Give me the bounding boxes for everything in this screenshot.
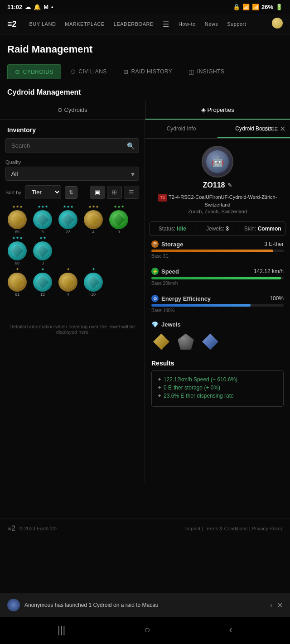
sub-tab-properties[interactable]: ◈ Properties	[145, 101, 290, 120]
jewels-label: Jewels	[161, 321, 181, 328]
cydroid-item-3[interactable]: ★ ★ ★ 22	[56, 205, 80, 234]
hover-note: Detailed information when hovering over …	[0, 310, 145, 348]
cydroid-stars-7: ★ ★	[39, 236, 46, 240]
search-input[interactable]	[5, 138, 139, 153]
cydroid-avatar-inner: 🤖	[206, 150, 229, 173]
storage-base: Base 3E	[151, 254, 284, 259]
status-cell-status: Status: Idle	[150, 222, 195, 235]
signal-icon: 📶	[252, 4, 259, 10]
status-right: 🔒 📶 📶 26% 🔋	[233, 4, 283, 10]
energy-label: Energy Efficiency	[161, 295, 211, 302]
cydroid-item-1[interactable]: ★ ★ ★ 69	[5, 205, 29, 234]
cydroid-count-5: 9	[117, 230, 120, 234]
cydroid-item-2[interactable]: ★ ★ ★ 3	[31, 205, 54, 234]
jewels-icon: 💎	[151, 321, 159, 328]
tab-cydroid-info[interactable]: Cydroid Info	[145, 120, 218, 138]
cydroid-location: T2 T2-4-RSC2-CoalUFIronUF-Cydroid-Werd-Z…	[145, 193, 290, 216]
cydroid-stars-3: ★ ★ ★	[63, 205, 73, 209]
nav-leaderboard[interactable]: LEADERBOARD	[114, 21, 154, 27]
nav-news[interactable]: News	[205, 21, 218, 27]
cydroid-avatar-area: 🤖 ZO118 ✎	[145, 139, 290, 193]
cydroid-item-8[interactable]: ★ 61	[5, 267, 29, 297]
cydroid-item-11[interactable]: ★ 10	[82, 267, 105, 297]
main-content: Inventory 🔍 Quality All Sort by Tier ⇅ ▣	[0, 120, 290, 482]
tab-civilians[interactable]: ⚇ CIVILIANS	[63, 64, 114, 79]
bottom-nav-back[interactable]: ‹	[220, 621, 242, 639]
close-btn[interactable]: CLOSE ✕	[261, 125, 285, 133]
jewels-title: 💎 Jewels	[151, 321, 284, 328]
status-bar: 11:02 ☁ 🔔 M • 🔒 📶 📶 26% 🔋	[0, 0, 290, 14]
nav-logo[interactable]: ≡2	[7, 19, 17, 29]
footer-links[interactable]: Imprint | Terms & Conditions | Privacy P…	[185, 526, 283, 531]
sub-tab-cydroids[interactable]: ⊙ Cydroids	[0, 101, 145, 120]
cydroid-count-2: 3	[41, 230, 44, 234]
cydroid-row-2: ★ 61 ★ 12	[5, 267, 139, 297]
bottom-nav-menu[interactable]: |||	[48, 621, 74, 639]
tab-raid-history[interactable]: ⊟ RAID HISTORY	[116, 64, 179, 79]
notification-icon: 🔔	[34, 4, 41, 10]
toast-expand-btn[interactable]: ›	[270, 601, 272, 609]
status-status-label: Status:	[159, 226, 177, 232]
view-btn-grid[interactable]: ⊞	[107, 186, 122, 199]
nav-docs-icon[interactable]: ☰	[163, 20, 169, 29]
cydroid-item-5[interactable]: ★ ★ ★ 9	[107, 205, 130, 234]
sort-label: Sort by	[5, 190, 21, 195]
jewel-3[interactable]	[200, 332, 220, 351]
gem-icon-4	[87, 213, 100, 226]
location-label: T2-4-RSC2-CoalUFIronUF-Cydroid-Werd-Züri…	[169, 194, 277, 207]
result-text-2: 0 E-ther storage (+ 0%)	[164, 384, 220, 391]
bottom-nav-home[interactable]: ○	[135, 621, 159, 639]
cydroid-stars-8: ★	[16, 267, 19, 272]
tab-cydroids[interactable]: ⊙ CYDROIDS	[7, 64, 61, 79]
storage-value: 3 E-ther	[264, 241, 284, 247]
theme-toggle[interactable]	[272, 18, 283, 29]
nav-howto[interactable]: How-to	[179, 21, 196, 27]
cydroid-item-6[interactable]: ★ ★ ★ 68	[5, 236, 29, 265]
nav-marketplace[interactable]: MARKETPLACE	[65, 21, 104, 27]
cydroid-item-10[interactable]: ★ 4	[56, 267, 80, 297]
speed-label: Speed	[161, 268, 179, 275]
storage-icon: 📦	[151, 240, 159, 248]
sort-select[interactable]: Tier	[25, 185, 61, 199]
inventory-label: Inventory	[0, 120, 145, 138]
cydroid-count-10: 4	[67, 292, 69, 297]
tab-insights[interactable]: ◫ INSIGHTS	[181, 64, 232, 79]
energy-bar-bg	[151, 304, 284, 307]
t2-badge: T2	[158, 194, 168, 202]
quality-select[interactable]: All	[5, 167, 139, 181]
cydroid-stars-1: ★ ★ ★	[12, 205, 23, 209]
jewel-2[interactable]	[176, 332, 196, 351]
sort-direction-btn[interactable]: ⇅	[65, 186, 77, 199]
cydroid-name: ZO118	[203, 181, 225, 189]
cydroid-body-1	[8, 210, 27, 229]
view-buttons: ▣ ⊞ ☰	[90, 186, 139, 199]
speed-value: 142.12 km/h	[254, 268, 284, 274]
jewel-blue-icon	[202, 333, 218, 350]
jewels-section: 💎 Jewels	[145, 317, 290, 355]
nav-support[interactable]: Support	[227, 21, 246, 27]
quality-select-wrapper: All	[5, 167, 139, 181]
footer-logo-icon: ≡2	[7, 524, 15, 533]
time: 11:02	[7, 4, 22, 10]
result-line-2: ✦ 0 E-ther storage (+ 0%)	[157, 384, 278, 391]
stat-storage: 📦 Storage 3 E-ther Base 3E	[145, 236, 290, 263]
view-btn-list[interactable]: ☰	[124, 186, 139, 199]
cydroid-item-4[interactable]: ★ ★ ★ 4	[82, 205, 105, 234]
nav-buy-land[interactable]: BUY LAND	[29, 21, 56, 27]
edit-name-icon[interactable]: ✎	[227, 182, 232, 188]
location-sub: Zürich, Zürich, Switzerland	[188, 209, 247, 214]
toast-close-btn[interactable]: ✕	[277, 601, 283, 610]
cydroids-sub-tab-label: ⊙ Cydroids	[58, 106, 87, 113]
cydroid-item-7[interactable]: ★ ★ 3	[31, 236, 54, 265]
cydroid-count-1: 69	[15, 230, 19, 234]
jewel-1[interactable]	[151, 332, 171, 351]
cydroid-item-9[interactable]: ★ 12	[31, 267, 54, 297]
status-skin-value: Common	[258, 226, 281, 232]
cydroid-stars-9: ★	[41, 267, 44, 272]
speed-bar-bg	[151, 277, 284, 279]
results-section: Results ✦ 122.12km/h Speed (+ 610.6%) ✦ …	[145, 355, 290, 411]
insights-tab-label: INSIGHTS	[197, 68, 225, 75]
gem-icon-9	[36, 276, 49, 288]
view-btn-compact[interactable]: ▣	[90, 186, 105, 199]
gem-icon-10	[62, 276, 74, 288]
